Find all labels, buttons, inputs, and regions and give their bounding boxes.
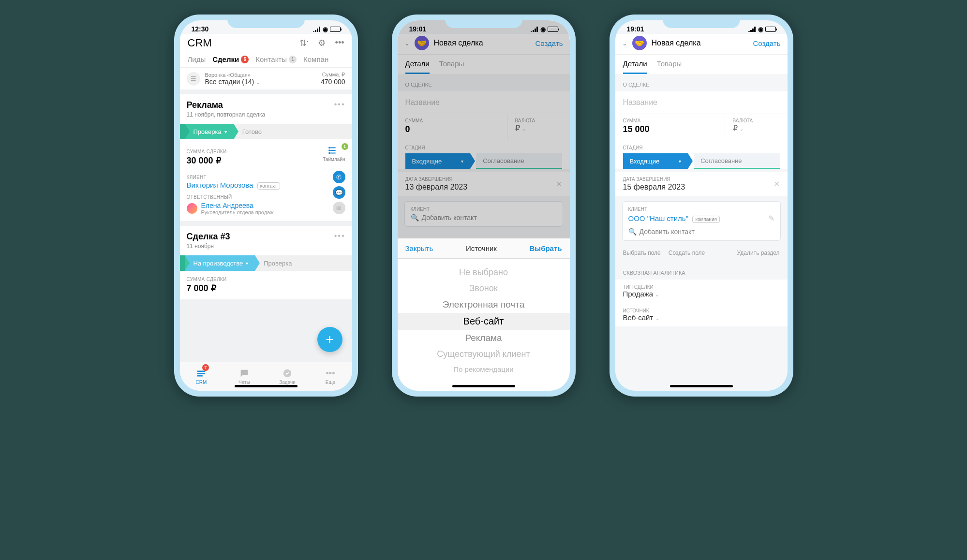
deal-card[interactable]: Реклама 11 ноября, повторная сделка ••• … [180, 94, 352, 221]
tab-deals[interactable]: Сделки6 [212, 55, 249, 63]
tab-contacts[interactable]: Контакты1 [255, 55, 297, 63]
create-button[interactable]: Создать [753, 39, 780, 47]
signal-icon [313, 27, 321, 32]
stage-row[interactable]: Проверка▾ Готово [180, 124, 352, 139]
home-indicator[interactable] [452, 385, 515, 387]
subtab-details[interactable]: Детали [623, 59, 647, 74]
timeline-button[interactable]: 1 Таймлайн [323, 145, 345, 162]
source-select[interactable]: ИСТОЧНИК Веб-сайт ⌄ [615, 303, 788, 326]
svg-point-1 [329, 150, 330, 151]
tab-companies[interactable]: Компан [303, 55, 328, 63]
subtab-goods[interactable]: Товары [657, 59, 682, 74]
chevron-down-icon: ⌄ [740, 126, 744, 132]
picker-overlay[interactable]: Закрыть Источник Выбрать Не выбрано Звон… [398, 20, 570, 391]
currency-select[interactable]: ВАЛЮТА ₽ ⌄ [725, 114, 788, 140]
chevron-down-icon: ⌄ [655, 316, 659, 321]
more-icon[interactable]: ••• [335, 38, 344, 48]
avatar [187, 203, 197, 214]
call-button[interactable]: ✆ [333, 171, 345, 183]
funnel-icon: ☰ [187, 72, 200, 86]
chevron-down-icon: ▾ [679, 159, 681, 164]
stage-selector[interactable]: Входящие ▾ Согласование [623, 153, 780, 169]
deal-subtitle: 11 ноября, повторная сделка [187, 111, 266, 118]
signal-icon [748, 27, 756, 32]
select-field-button[interactable]: Выбрать поле [623, 250, 661, 256]
chevron-down-icon: ⌄ [256, 80, 260, 85]
picker-select[interactable]: Выбрать [530, 244, 562, 252]
sum-input[interactable]: СУММА 15 000 [615, 114, 725, 140]
header-title: Новая сделка [652, 39, 748, 47]
phone-new-deal-picker: 19:01 ◉ ⌄ 🤝 Новая сделка Создать Детали … [392, 15, 576, 397]
tab-leads[interactable]: Лиды [188, 55, 206, 63]
time: 12:30 [192, 25, 209, 33]
chevron-down-icon: ▾ [224, 129, 227, 134]
name-input[interactable]: Название [615, 91, 788, 114]
chat-button[interactable]: 💬 [333, 186, 345, 199]
client-link[interactable]: Виктория Морозова [187, 181, 253, 189]
deal-more-icon[interactable]: ••• [334, 100, 345, 118]
chevron-down-icon: ⌄ [655, 292, 659, 297]
phone-new-deal-filled: 19:01 ◉ ⌄ 🤝 Новая сделка Создать Детали … [610, 15, 793, 397]
stage-row[interactable]: На производстве▾ Проверка [180, 255, 352, 271]
page-title: CRM [188, 37, 212, 49]
deal-more-icon[interactable]: ••• [334, 232, 345, 250]
notch [445, 15, 522, 28]
deal-title: Реклама [187, 100, 266, 110]
time: 19:01 [627, 25, 644, 33]
add-contact-button[interactable]: 🔍 Добавить контакт [628, 228, 774, 236]
wifi-icon: ◉ [323, 26, 328, 33]
crm-tabs: Лиды Сделки6 Контакты1 Компан [188, 49, 344, 67]
delete-section-button[interactable]: Удалить раздел [737, 250, 780, 256]
funnel-selector[interactable]: ☰ Воронка «Общая» Все стадии (14) ⌄ Сумм… [180, 67, 352, 89]
deal-amount: 30 000 ₽ [187, 155, 227, 166]
clear-icon[interactable]: ✕ [774, 179, 780, 189]
mail-button[interactable]: ✉ [333, 202, 345, 214]
notch [227, 15, 305, 28]
notch [663, 15, 740, 28]
add-fab[interactable]: + [317, 327, 342, 352]
phone-crm-list: 12:30 ◉ CRM ⇅• ⚙ ••• Лиды Сделки6 Контак… [174, 15, 358, 397]
chevron-down-icon: ▾ [246, 261, 248, 266]
sort-icon[interactable]: ⇅• [299, 38, 308, 48]
deal-icon: 🤝 [632, 36, 647, 50]
deal-amount: 7 000 ₽ [187, 283, 345, 294]
deal-card[interactable]: Сделка #3 11 ноября ••• На производстве▾… [180, 226, 352, 299]
wifi-icon: ◉ [758, 26, 763, 33]
create-field-button[interactable]: Создать поле [669, 250, 705, 256]
picker-close[interactable]: Закрыть [405, 244, 433, 252]
filter-icon[interactable]: ⚙ [318, 38, 326, 48]
edit-icon[interactable]: ✎ [768, 214, 774, 223]
date-input[interactable]: ДАТА ЗАВЕРШЕНИЯ 15 февраля 2023 ✕ [615, 172, 788, 196]
picker-title: Источник [466, 244, 497, 252]
battery-icon [765, 27, 776, 32]
picker-wheel[interactable]: Не выбрано Звонок Электронная почта Веб-… [398, 259, 570, 391]
search-icon: 🔍 [628, 228, 637, 236]
client-link[interactable]: ООО "Наш стиль" [628, 214, 689, 222]
svg-point-2 [329, 153, 330, 154]
home-indicator[interactable] [235, 385, 298, 387]
client-box: КЛИЕНТ ООО "Наш стиль" компания ✎ 🔍 Доба… [622, 201, 781, 241]
client-tag: контакт [257, 182, 280, 190]
deal-type-select[interactable]: ТИП СДЕЛКИ Продажа ⌄ [615, 280, 788, 303]
deal-title: Сделка #3 [187, 232, 230, 242]
home-indicator[interactable] [670, 385, 733, 387]
battery-icon [330, 27, 341, 32]
tabbar-crm[interactable]: 7 CRM [180, 362, 223, 391]
deal-subtitle: 11 ноября [187, 243, 230, 250]
client-tag: компания [692, 216, 719, 223]
tabbar-more[interactable]: ••• Еще [309, 362, 352, 391]
collapse-icon[interactable]: ⌄ [622, 40, 627, 47]
svg-point-0 [329, 147, 330, 148]
responsible-link[interactable]: Елена Андреева [201, 202, 274, 209]
